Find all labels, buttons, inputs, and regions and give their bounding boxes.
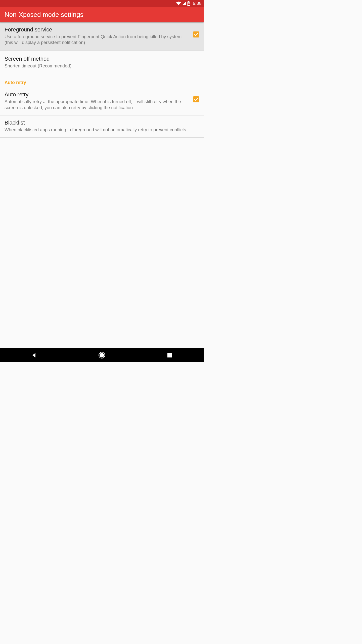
pref-text: Blacklist When blacklisted apps running …: [5, 119, 199, 133]
recent-icon: [167, 352, 172, 358]
nav-home-button[interactable]: [92, 349, 112, 361]
screen: 21 5:38 Non-Xposed mode settings Foregro…: [0, 0, 204, 362]
status-time: 5:38: [193, 1, 202, 6]
settings-list[interactable]: Foreground service Use a foreground serv…: [0, 22, 204, 348]
pref-title: Auto retry: [5, 91, 190, 98]
svg-rect-5: [167, 353, 172, 357]
pref-summary: When blacklisted apps running in foregro…: [5, 127, 199, 133]
pref-screen-off-method[interactable]: Screen off method Shorten timeout (Recom…: [0, 51, 204, 74]
pref-text: Screen off method Shorten timeout (Recom…: [5, 56, 199, 69]
pref-title: Screen off method: [5, 56, 199, 62]
pref-title: Foreground service: [5, 26, 190, 33]
pref-summary: Use a foreground service to prevent Fing…: [5, 34, 190, 46]
nav-bar: [0, 348, 204, 362]
checkbox-foreground-service[interactable]: [193, 31, 199, 37]
pref-auto-retry[interactable]: Auto retry Automatically retry at the ap…: [0, 87, 204, 115]
battery-level-text: 21: [188, 2, 190, 4]
pref-summary: Shorten timeout (Recommended): [5, 63, 199, 69]
nav-back-button[interactable]: [24, 349, 44, 361]
category-title: Auto retry: [5, 80, 199, 85]
battery-icon: 21: [187, 1, 190, 6]
pref-foreground-service[interactable]: Foreground service Use a foreground serv…: [0, 22, 204, 50]
pref-text: Foreground service Use a foreground serv…: [5, 26, 190, 46]
divider: [0, 137, 204, 138]
home-icon: [98, 352, 105, 359]
status-bar: 21 5:38: [0, 0, 204, 7]
pref-blacklist[interactable]: Blacklist When blacklisted apps running …: [0, 115, 204, 137]
page-title: Non-Xposed mode settings: [5, 11, 83, 19]
wifi-icon: [176, 2, 181, 5]
svg-point-4: [100, 353, 104, 357]
pref-text: Auto retry Automatically retry at the ap…: [5, 91, 190, 111]
pref-title: Blacklist: [5, 119, 199, 126]
cell-signal-icon: [182, 2, 186, 5]
app-bar: Non-Xposed mode settings: [0, 7, 204, 22]
pref-summary: Automatically retry at the appropriate t…: [5, 99, 190, 111]
check-icon: [194, 32, 198, 37]
svg-rect-2: [188, 5, 190, 6]
nav-recent-button[interactable]: [160, 349, 180, 361]
back-icon: [31, 352, 37, 358]
category-auto-retry: Auto retry: [0, 74, 204, 87]
checkbox-auto-retry[interactable]: [193, 96, 199, 102]
check-icon: [194, 97, 198, 102]
